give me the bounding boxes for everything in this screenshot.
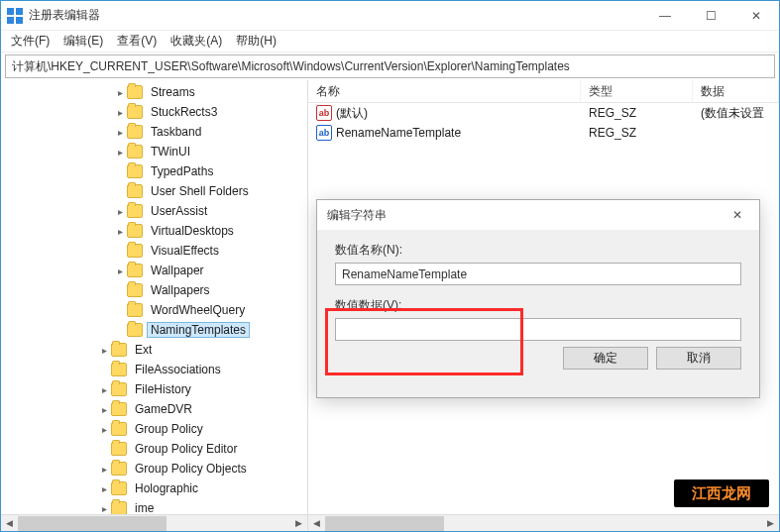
maximize-button[interactable]: ☐ — [688, 1, 733, 31]
chevron-icon[interactable] — [97, 404, 111, 415]
tree-node-label: Group Policy Editor — [131, 441, 241, 457]
tree-node[interactable]: Group Policy — [1, 419, 307, 439]
tree-node-label: Group Policy — [131, 421, 207, 437]
value-name: RenameNameTemplate — [336, 126, 461, 140]
folder-icon — [111, 442, 127, 456]
tree-node[interactable]: WordWheelQuery — [1, 300, 307, 320]
tree-node[interactable]: Wallpapers — [1, 280, 307, 300]
menu-view[interactable]: 查看(V) — [111, 31, 163, 52]
tree-node[interactable]: GameDVR — [1, 399, 307, 419]
tree-node[interactable]: User Shell Folders — [1, 181, 307, 201]
tree-node[interactable]: UserAssist — [1, 201, 307, 221]
tree-node[interactable]: Wallpaper — [1, 261, 307, 280]
minimize-button[interactable]: — — [642, 1, 688, 31]
chevron-icon[interactable] — [97, 424, 111, 435]
tree-node[interactable]: Group Policy Editor — [1, 439, 307, 459]
tree-node[interactable]: Streams — [1, 82, 307, 102]
scroll-left-icon[interactable]: ◀ — [1, 515, 18, 532]
folder-icon — [111, 501, 127, 515]
value-data: (数值未设置 — [693, 104, 779, 123]
folder-icon — [111, 343, 127, 357]
chevron-icon[interactable] — [113, 206, 127, 217]
value-type: REG_SZ — [581, 125, 693, 141]
chevron-icon[interactable] — [113, 127, 127, 138]
svg-rect-1 — [16, 8, 23, 15]
string-value-icon: ab — [316, 125, 332, 141]
folder-icon — [111, 462, 127, 476]
menu-edit[interactable]: 编辑(E) — [57, 31, 109, 52]
menu-favorites[interactable]: 收藏夹(A) — [165, 31, 228, 52]
tree-node-label: VisualEffects — [147, 243, 223, 259]
list-row[interactable]: ab(默认)REG_SZ(数值未设置 — [308, 103, 779, 123]
chevron-icon[interactable] — [113, 147, 127, 158]
scroll-thumb[interactable] — [18, 516, 167, 531]
col-type[interactable]: 类型 — [581, 80, 693, 102]
tree-node[interactable]: TypedPaths — [1, 161, 307, 181]
folder-icon — [127, 323, 143, 337]
tree-node[interactable]: Ext — [1, 340, 307, 360]
dialog-body: 数值名称(N): 数值数据(V): — [317, 230, 759, 347]
folder-icon — [127, 244, 143, 258]
folder-icon — [111, 481, 127, 495]
dialog-close-button[interactable]: ✕ — [715, 200, 759, 230]
tree-node[interactable]: TWinUI — [1, 142, 307, 161]
tree-node[interactable]: StuckRects3 — [1, 102, 307, 122]
value-data-input[interactable] — [335, 318, 741, 341]
menu-file[interactable]: 文件(F) — [5, 31, 56, 52]
close-button[interactable]: ✕ — [733, 1, 779, 31]
chevron-icon[interactable] — [113, 107, 127, 118]
tree-node[interactable]: VisualEffects — [1, 241, 307, 261]
folder-icon — [111, 402, 127, 416]
cancel-button[interactable]: 取消 — [656, 347, 741, 370]
folder-icon — [127, 125, 143, 139]
chevron-icon[interactable] — [113, 87, 127, 98]
edit-string-dialog: 编辑字符串 ✕ 数值名称(N): 数值数据(V): 确定 取消 — [316, 199, 760, 398]
dialog-title: 编辑字符串 — [317, 200, 759, 230]
value-data-label: 数值数据(V): — [335, 297, 741, 314]
tree-node[interactable]: Group Policy Objects — [1, 459, 307, 479]
chevron-icon[interactable] — [97, 483, 111, 494]
chevron-icon[interactable] — [97, 503, 111, 514]
tree-node[interactable]: FileHistory — [1, 379, 307, 399]
chevron-icon[interactable] — [113, 226, 127, 237]
col-data[interactable]: 数据 — [693, 80, 779, 102]
tree-node-label: Group Policy Objects — [131, 461, 251, 477]
value-name-input[interactable] — [335, 263, 741, 285]
scroll-track[interactable] — [325, 515, 762, 532]
folder-icon — [127, 204, 143, 218]
tree-node-label: UserAssist — [147, 203, 211, 219]
tree-node-label: Holographic — [131, 480, 202, 496]
folder-icon — [127, 283, 143, 297]
menu-help[interactable]: 帮助(H) — [230, 31, 282, 52]
scroll-right-icon[interactable]: ▶ — [762, 515, 779, 532]
tree-node[interactable]: FileAssociations — [1, 360, 307, 379]
tree-node[interactable]: NamingTemplates — [1, 320, 307, 340]
address-bar[interactable]: 计算机\HKEY_CURRENT_USER\Software\Microsoft… — [5, 54, 775, 78]
tree-node-label: Ext — [131, 342, 156, 358]
folder-icon — [111, 382, 127, 396]
folder-icon — [127, 145, 143, 159]
tree-panel: StreamsStuckRects3TaskbandTWinUITypedPat… — [1, 80, 308, 531]
tree-node[interactable]: Taskband — [1, 122, 307, 142]
chevron-icon[interactable] — [97, 464, 111, 475]
svg-rect-0 — [7, 8, 14, 15]
list-scrollbar-h[interactable]: ◀ ▶ — [308, 514, 779, 531]
tree-node[interactable]: Holographic — [1, 479, 307, 498]
chevron-icon[interactable] — [97, 345, 111, 356]
window-title: 注册表编辑器 — [29, 7, 642, 24]
tree-node-label: FileAssociations — [131, 362, 225, 377]
scroll-thumb[interactable] — [325, 516, 444, 531]
scroll-left-icon[interactable]: ◀ — [308, 515, 325, 532]
chevron-icon[interactable] — [97, 384, 111, 395]
scroll-track[interactable] — [18, 515, 290, 532]
ok-button[interactable]: 确定 — [563, 347, 648, 370]
col-name[interactable]: 名称 — [308, 80, 581, 102]
title-bar: 注册表编辑器 — ☐ ✕ — [1, 1, 779, 31]
scroll-right-icon[interactable]: ▶ — [290, 515, 307, 532]
watermark: 江西龙网 — [674, 479, 769, 507]
tree-list[interactable]: StreamsStuckRects3TaskbandTWinUITypedPat… — [1, 80, 307, 531]
tree-node[interactable]: VirtualDesktops — [1, 221, 307, 241]
tree-scrollbar-h[interactable]: ◀ ▶ — [1, 514, 307, 531]
list-row[interactable]: abRenameNameTemplateREG_SZ — [308, 123, 779, 143]
chevron-icon[interactable] — [113, 266, 127, 276]
